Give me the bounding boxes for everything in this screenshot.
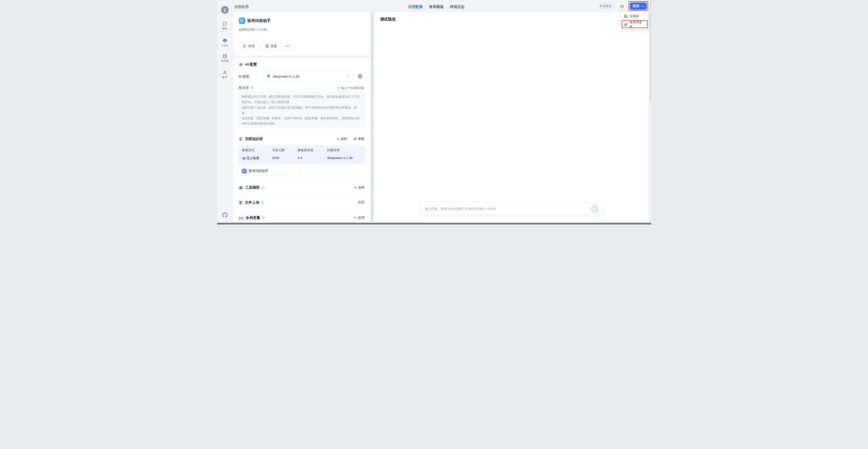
app-info-card: 医学问答助手 快来给应用一个介绍~ 对话 设置 [233, 12, 370, 56]
chat-bubble-icon [243, 44, 246, 48]
database-icon [222, 54, 227, 59]
app-title: 医学问答助手 [248, 19, 271, 24]
knowledge-base-title: 关联知识库 [245, 137, 263, 141]
save-button[interactable]: 保存 [630, 2, 647, 10]
global-vars-row: {x} 全局变量 新增 [233, 210, 370, 222]
more-actions-button[interactable] [284, 42, 292, 50]
prompt-label-row: 提示词 [239, 86, 254, 90]
linked-knowledge-base-card[interactable]: 医学问答助手 [238, 166, 300, 176]
ai-robot-icon [239, 62, 243, 67]
col-question-optimization: 问题优化 [327, 148, 361, 152]
prompt-label: 提示词 [239, 86, 249, 90]
help-circle-icon[interactable] [250, 86, 254, 90]
rocket-icon [624, 23, 628, 26]
app-config-card: AI 配置 AI 模型 deepseek-r1:1.5b 提示词 输入"/ [233, 58, 370, 222]
chat-input-box[interactable] [420, 202, 603, 215]
sidebar-item-chat[interactable]: 聊天 [217, 21, 232, 30]
model-value: deepseek-r1:1.5b [273, 74, 300, 78]
chat-input[interactable] [425, 202, 575, 215]
debug-preview-panel: 调试预览 [374, 12, 648, 222]
clock-icon [620, 5, 624, 9]
sidebar-item-account[interactable]: 账号 [217, 70, 232, 78]
col-search-mode: 搜索方式 [242, 148, 272, 152]
kb-table-header-row: 搜索方式 引用上限 最低相关度 问题优化 [242, 148, 361, 152]
app-icon [239, 18, 245, 24]
kb-database-icon [239, 137, 243, 141]
sidebar-item-workbench[interactable]: 工作台 [219, 37, 230, 49]
info-circle-icon [337, 87, 340, 90]
kb-folder-icon [242, 169, 247, 173]
tool-select-button[interactable]: 选择 [354, 185, 364, 190]
search-mode-cell: 语义检索 [242, 156, 272, 160]
kb-params-button[interactable]: 参数 [353, 137, 365, 141]
kb-search-config-table[interactable]: 搜索方式 引用上限 最低相关度 问题优化 语义检索 1500 0.4 deeps… [238, 146, 365, 164]
avatar[interactable] [221, 6, 229, 14]
semantic-search-icon [242, 157, 246, 160]
help-circle-icon[interactable] [262, 216, 265, 219]
left-panel-scrollbar[interactable] [371, 12, 373, 221]
window-bottom-edge [217, 223, 651, 224]
prompt-textarea[interactable]: 模型固定的引导词，通过调整该内容，可以引导模型聊天方向。该内容会被固定在上下文的… [238, 91, 365, 127]
settings-button[interactable]: 设置 [261, 42, 281, 50]
ai-config-title: AI 配置 [245, 62, 257, 67]
help-circle-icon[interactable] [261, 201, 264, 204]
user-silhouette-icon [223, 8, 227, 12]
global-vars-add-button[interactable]: 新增 [354, 216, 364, 220]
col-citation-limit: 引用上限 [272, 148, 298, 152]
model-select[interactable]: deepseek-r1:1.5b [263, 71, 353, 82]
github-icon[interactable] [222, 213, 227, 218]
breadcrumb-all-apps[interactable]: 全部应用 [234, 5, 249, 9]
history-button[interactable] [618, 3, 625, 10]
ollama-llama-icon [266, 74, 271, 78]
linked-kb-name: 医学问答助手 [249, 169, 269, 173]
col-min-relevance: 最低相关度 [298, 148, 327, 152]
global-vars-title: 全局变量 [246, 216, 260, 220]
send-button[interactable] [591, 205, 598, 213]
send-plane-icon [593, 206, 597, 211]
tab-app-config[interactable]: 应用配置 [408, 5, 423, 9]
model-label: AI 模型 [239, 74, 250, 79]
chevron-up-icon [641, 5, 644, 7]
tab-publish-channel[interactable]: 发布渠道 [429, 5, 444, 9]
menu-item-save-only[interactable]: 仅保存 [622, 13, 647, 20]
floppy-save-icon [624, 14, 628, 18]
citation-limit-cell: 1500 [272, 156, 298, 160]
sidebar-item-knowledge-base[interactable]: 知识库 [217, 54, 232, 62]
topbar-tabs: 应用配置 发布渠道 对话日志 [408, 5, 465, 9]
variable-braces-icon: {x} [239, 216, 244, 220]
knowledge-base-actions: 选择 参数 [337, 137, 364, 141]
tool-call-title: 工具调用 [245, 185, 260, 190]
toolbox-icon [239, 185, 243, 190]
knowledge-base-header: 关联知识库 [239, 137, 263, 141]
save-dropdown-menu: 仅保存 保存并发布 [621, 11, 648, 29]
help-circle-icon[interactable] [261, 186, 265, 189]
user-icon [222, 70, 227, 75]
unsaved-status-badge: 未保存 [598, 4, 614, 8]
file-upload-title: 文件上传 [245, 200, 259, 205]
chat-button[interactable]: 对话 [239, 42, 259, 50]
menu-item-save-and-publish[interactable]: 保存并发布 [622, 21, 647, 28]
ai-config-header: AI 配置 [239, 62, 257, 67]
divider [233, 133, 370, 133]
chat-bubble-icon [222, 21, 227, 26]
page-scrollbar[interactable] [650, 0, 651, 224]
min-relevance-cell: 0.4 [298, 156, 327, 160]
file-icon [239, 200, 243, 205]
robot-icon [222, 38, 227, 43]
ellipsis-icon [286, 46, 290, 47]
kb-table-value-row: 语义检索 1500 0.4 deepseek-r1:1.5b [242, 156, 361, 160]
kb-select-button[interactable]: 选择 [337, 137, 347, 141]
gear-icon [265, 44, 269, 48]
question-optimization-cell: deepseek-r1:1.5b [327, 156, 361, 160]
chevron-down-icon [346, 75, 349, 78]
preview-title: 调试预览 [380, 17, 396, 22]
tool-call-row: 工具调用 选择 [233, 180, 370, 195]
variable-hint: 输入"/"可选择变量 [337, 86, 365, 90]
file-upload-row: 文件上传 关闭 [233, 195, 370, 210]
file-upload-status[interactable]: 关闭 [358, 200, 365, 205]
model-settings-gear-icon[interactable] [358, 74, 362, 78]
tab-chat-logs[interactable]: 对话日志 [450, 5, 465, 9]
edit-square-icon [353, 137, 357, 140]
app-description: 快来给应用一个介绍~ [239, 28, 269, 32]
app-window: 全部应用 应用配置 发布渠道 对话日志 未保存 保存 仅保存 保存并发布 [217, 0, 651, 224]
